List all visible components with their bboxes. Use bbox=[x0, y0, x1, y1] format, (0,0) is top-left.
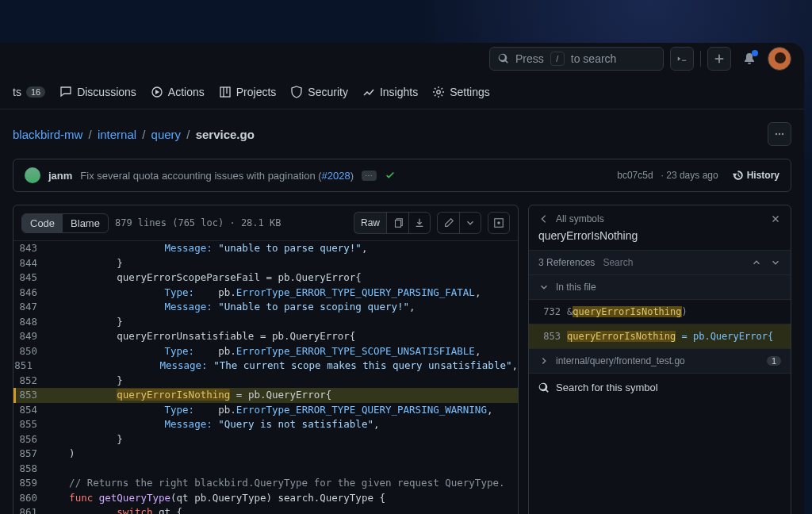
status-check-icon bbox=[385, 170, 396, 181]
edit-dropdown[interactable] bbox=[459, 212, 481, 234]
notifications-button[interactable] bbox=[737, 47, 761, 71]
search-post: to search bbox=[571, 52, 617, 65]
line-source: queryErrorIsNothing = pb.QueryError{ bbox=[45, 388, 331, 403]
line-number[interactable]: 858 bbox=[13, 462, 45, 477]
symbols-toggle[interactable] bbox=[488, 212, 510, 234]
copy-icon bbox=[393, 217, 404, 228]
line-number[interactable]: 854 bbox=[13, 403, 45, 418]
nav-pr-clip[interactable]: ts 16 bbox=[13, 86, 45, 98]
line-number[interactable]: 859 bbox=[13, 476, 45, 491]
line-number[interactable]: 852 bbox=[13, 374, 45, 389]
all-symbols-link[interactable]: All symbols bbox=[556, 213, 604, 224]
commit-bar[interactable]: janm Fix several quota accounting issues… bbox=[13, 159, 791, 192]
nav-projects[interactable]: Projects bbox=[219, 86, 277, 98]
symbol-file-header[interactable]: In this file bbox=[529, 275, 791, 300]
line-number[interactable]: 843 bbox=[13, 241, 45, 256]
line-source: Message: "Query is not satisfiable", bbox=[45, 417, 379, 432]
line-number[interactable]: 851 bbox=[13, 359, 40, 374]
bell-icon bbox=[743, 52, 756, 65]
code-line[interactable]: 846 Type: pb.ErrorType_ERROR_TYPE_QUERY_… bbox=[13, 286, 518, 301]
code-line[interactable]: 843 Message: "unable to parse query!", bbox=[13, 241, 518, 256]
symbol-hit[interactable]: 853queryErrorIsNothing = pb.QueryError{ bbox=[529, 324, 791, 349]
code-line[interactable]: 847 Message: "Unable to parse scoping qu… bbox=[13, 300, 518, 315]
symbol-hit[interactable]: 732&queryErrorIsNothing) bbox=[529, 300, 791, 324]
create-button[interactable] bbox=[707, 47, 731, 71]
nav-actions[interactable]: Actions bbox=[151, 86, 205, 98]
line-number[interactable]: 849 bbox=[13, 329, 45, 344]
avatar[interactable] bbox=[768, 47, 791, 71]
code-line[interactable]: 853 queryErrorIsNothing = pb.QueryError{ bbox=[13, 388, 518, 403]
code-line[interactable]: 855 Message: "Query is not satisfiable", bbox=[13, 417, 518, 432]
line-number[interactable]: 861 bbox=[13, 505, 45, 514]
code-body[interactable]: 843 Message: "unable to parse query!",84… bbox=[13, 241, 518, 514]
history-link[interactable]: History bbox=[733, 170, 779, 181]
code-line[interactable]: 848 } bbox=[13, 315, 518, 330]
copy-button[interactable] bbox=[386, 212, 408, 234]
symbol-panel: All symbols queryErrorIsNothing 3 Refere… bbox=[528, 205, 791, 514]
line-source: switch qt { bbox=[45, 505, 182, 514]
chevron-up-icon[interactable] bbox=[751, 257, 762, 268]
line-number[interactable]: 847 bbox=[13, 300, 45, 315]
edit-button[interactable] bbox=[437, 212, 459, 234]
nav-discussions[interactable]: Discussions bbox=[59, 86, 136, 98]
code-line[interactable]: 856 } bbox=[13, 432, 518, 447]
line-number[interactable]: 844 bbox=[13, 256, 45, 271]
file-meta: 879 lines (765 loc) · 28.1 KB bbox=[115, 217, 282, 228]
code-line[interactable]: 845 queryErrorScopeParseFail = pb.QueryE… bbox=[13, 270, 518, 286]
symbols-icon bbox=[493, 217, 504, 228]
close-icon[interactable] bbox=[770, 213, 781, 224]
line-number[interactable]: 855 bbox=[13, 417, 45, 432]
code-line[interactable]: 851 Message: "The current scope makes th… bbox=[13, 359, 518, 374]
arrow-left-icon[interactable] bbox=[538, 213, 550, 224]
code-line[interactable]: 844 } bbox=[13, 256, 518, 271]
code-line[interactable]: 854 Type: pb.ErrorType_ERROR_TYPE_QUERY_… bbox=[13, 403, 518, 418]
line-number[interactable]: 845 bbox=[13, 270, 45, 286]
nav-settings[interactable]: Settings bbox=[432, 86, 490, 98]
shield-icon bbox=[290, 86, 303, 98]
code-line[interactable]: 850 Type: pb.ErrorType_ERROR_TYPE_SCOPE_… bbox=[13, 344, 518, 359]
line-number[interactable]: 856 bbox=[13, 432, 45, 447]
crumb-1[interactable]: internal bbox=[98, 128, 136, 141]
command-menu-button[interactable] bbox=[670, 47, 694, 71]
ref-search[interactable]: Search bbox=[603, 257, 633, 268]
code-line[interactable]: 859 // Returns the right blackbird.Query… bbox=[13, 476, 518, 491]
download-button[interactable] bbox=[408, 212, 431, 234]
terminal-icon bbox=[676, 53, 688, 64]
line-number[interactable]: 850 bbox=[13, 344, 45, 359]
search-input[interactable]: Press / to search bbox=[489, 47, 664, 71]
commit-issue-link[interactable]: #2028 bbox=[322, 170, 350, 182]
history-icon bbox=[733, 170, 744, 181]
symbol-other-file[interactable]: internal/query/frontend_test.go 1 bbox=[529, 349, 791, 374]
code-line[interactable]: 857 ) bbox=[13, 447, 518, 462]
line-number[interactable]: 848 bbox=[13, 315, 45, 330]
line-number[interactable]: 846 bbox=[13, 286, 45, 301]
code-line[interactable]: 861 switch qt { bbox=[13, 505, 518, 514]
chevron-down-icon[interactable] bbox=[770, 257, 781, 268]
search-for-symbol[interactable]: Search for this symbol bbox=[529, 374, 791, 401]
raw-button[interactable]: Raw bbox=[354, 212, 386, 234]
code-line[interactable]: 849 queryErrorUnsatisfiable = pb.QueryEr… bbox=[13, 329, 518, 344]
view-code-tab[interactable]: Code bbox=[22, 214, 63, 232]
crumb-0[interactable]: blackbird-mw bbox=[13, 128, 82, 141]
commit-sha[interactable]: bc07c5d bbox=[617, 170, 653, 181]
line-source: // Returns the right blackbird.QueryType… bbox=[45, 476, 504, 491]
line-source: Message: "The current scope makes this q… bbox=[40, 359, 518, 374]
nav-security[interactable]: Security bbox=[290, 86, 348, 98]
gear-icon bbox=[432, 86, 445, 98]
code-line[interactable]: 852 } bbox=[13, 374, 518, 389]
ref-count[interactable]: 3 References bbox=[538, 257, 595, 268]
code-line[interactable]: 860 func getQueryType(qt pb.QueryType) s… bbox=[13, 491, 518, 506]
nav-insights[interactable]: Insights bbox=[362, 86, 418, 98]
symbol-name: queryErrorIsNothing bbox=[529, 226, 791, 250]
line-number[interactable]: 860 bbox=[13, 491, 45, 506]
commit-overflow-badge[interactable]: ⋯ bbox=[362, 171, 377, 181]
line-number[interactable]: 853 bbox=[13, 388, 45, 403]
view-blame-tab[interactable]: Blame bbox=[63, 214, 108, 232]
file-menu-button[interactable] bbox=[768, 122, 791, 146]
svg-point-4 bbox=[779, 133, 780, 135]
code-line[interactable]: 858 bbox=[13, 462, 518, 477]
line-source: Message: "Unable to parse scoping query!… bbox=[45, 300, 416, 315]
commit-author: janm bbox=[48, 170, 72, 182]
crumb-2[interactable]: query bbox=[151, 128, 182, 141]
line-number[interactable]: 857 bbox=[13, 447, 45, 462]
